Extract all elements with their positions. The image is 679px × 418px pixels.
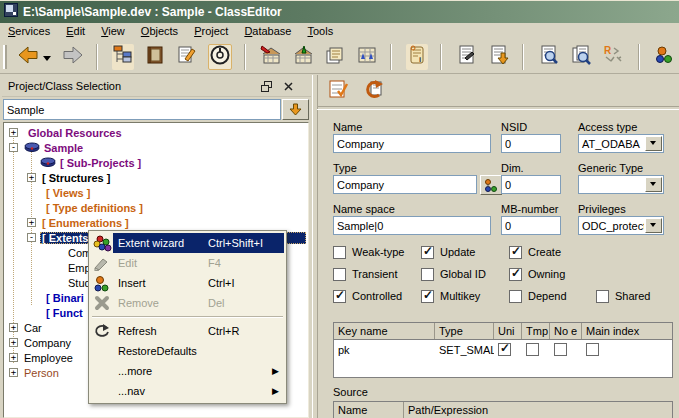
col-main-index[interactable]: Main index: [582, 323, 672, 339]
global-id-checkbox[interactable]: [421, 268, 434, 281]
main-index-checkbox[interactable]: [586, 343, 599, 356]
dropdown-arrow-icon[interactable]: [645, 218, 662, 233]
dim-label: Dim.: [501, 162, 524, 174]
multikey-checkbox[interactable]: [421, 290, 434, 303]
toolbar-separator: [96, 44, 98, 70]
menu-item-refresh[interactable]: Refresh Ctrl+R: [91, 321, 284, 341]
apply-changes-button[interactable]: [326, 79, 350, 103]
new-object-button[interactable]: [654, 44, 676, 70]
class-filter-go-button[interactable]: [282, 99, 309, 120]
shared-checkbox[interactable]: [596, 290, 609, 303]
name-field[interactable]: [333, 134, 491, 153]
float-panel-button[interactable]: [259, 79, 273, 93]
col-source-name[interactable]: Name: [334, 402, 404, 418]
refactor-button[interactable]: R: [602, 44, 626, 70]
expand-icon[interactable]: +: [27, 218, 36, 227]
tree-item-global-resources[interactable]: + Global Resources: [4, 125, 308, 140]
expand-icon[interactable]: +: [9, 323, 18, 332]
collapse-icon[interactable]: -: [27, 233, 36, 242]
script-info-icon: i: [406, 44, 428, 70]
class-editor-toggle-button[interactable]: [208, 44, 232, 70]
toolbar-grip[interactable]: [3, 45, 7, 69]
menu-tools[interactable]: Tools: [299, 24, 341, 39]
generic-type-select[interactable]: [578, 175, 664, 194]
tree-item-sample[interactable]: - Sample: [4, 140, 308, 155]
update-checkbox[interactable]: [421, 246, 434, 259]
copy-stack-button[interactable]: [324, 44, 346, 70]
expand-icon[interactable]: +: [9, 353, 18, 362]
back-history-dropdown[interactable]: [43, 48, 52, 66]
key-type-cell: SET_SMAL: [435, 344, 494, 356]
type-field[interactable]: [333, 175, 477, 194]
owning-checkbox[interactable]: [509, 268, 522, 281]
name-space-field[interactable]: [333, 216, 491, 235]
collapse-icon[interactable]: -: [9, 143, 18, 152]
dropdown-arrow-icon[interactable]: [645, 177, 662, 192]
script-info-button[interactable]: i: [406, 44, 428, 70]
find-in-documents-button[interactable]: [570, 44, 592, 70]
close-panel-icon[interactable]: [281, 79, 295, 93]
title-bar[interactable]: E:\Sample\Sample.dev : Sample - ClassEdi…: [0, 0, 679, 23]
expand-icon[interactable]: +: [9, 338, 18, 347]
menu-database[interactable]: Database: [236, 24, 299, 39]
transient-checkbox[interactable]: [333, 268, 346, 281]
menu-project[interactable]: Project: [186, 24, 236, 39]
depend-checkbox[interactable]: [509, 290, 522, 303]
menu-item-edit[interactable]: Edit F4: [91, 253, 284, 273]
edit-source-button[interactable]: [456, 44, 478, 70]
forward-button[interactable]: [62, 44, 84, 70]
find-in-document-button[interactable]: [538, 44, 560, 70]
col-tmp[interactable]: Tmp: [522, 323, 550, 339]
privileges-select[interactable]: ODC_protected: [578, 216, 664, 235]
revert-button[interactable]: [362, 79, 386, 103]
uni-checkbox[interactable]: [498, 343, 511, 356]
import-red-button[interactable]: [260, 44, 282, 70]
import-green-button[interactable]: [292, 44, 314, 70]
global-id-label: Global ID: [440, 268, 486, 280]
col-key-name[interactable]: Key name: [334, 323, 435, 339]
menu-services[interactable]: Services: [0, 24, 58, 39]
documentation-button[interactable]: [144, 44, 166, 70]
menu-item-insert[interactable]: Insert Ctrl+I: [91, 273, 284, 293]
class-filter-input[interactable]: [3, 99, 281, 120]
tree-item-enumerations[interactable]: + [ Enumerations ]: [4, 215, 308, 230]
col-uni[interactable]: Uni: [494, 323, 522, 339]
edit-document-button[interactable]: [176, 44, 198, 70]
toolbar-separator: [440, 44, 442, 70]
nsid-field[interactable]: [501, 134, 561, 153]
menu-item-more[interactable]: ...more ▶: [91, 361, 284, 381]
dropdown-arrow-icon[interactable]: [645, 136, 662, 151]
mb-number-field[interactable]: [501, 216, 561, 235]
expand-icon[interactable]: +: [9, 368, 18, 377]
class-hierarchy-button[interactable]: [112, 44, 134, 70]
menu-objects[interactable]: Objects: [133, 24, 186, 39]
menu-edit[interactable]: Edit: [58, 24, 93, 39]
tree-item-structures[interactable]: + [ Structures ]: [4, 170, 308, 185]
weak-type-checkbox[interactable]: [333, 246, 346, 259]
expand-icon[interactable]: +: [9, 128, 18, 137]
insert-rows-button[interactable]: [356, 44, 378, 70]
col-type[interactable]: Type: [435, 323, 494, 339]
dim-field[interactable]: [501, 175, 561, 194]
col-path-expression[interactable]: Path/Expression: [404, 402, 672, 418]
tree-item-type-definitions[interactable]: [ Type definitions ]: [4, 200, 308, 215]
menu-view[interactable]: View: [93, 24, 133, 39]
no-e-checkbox[interactable]: [554, 343, 567, 356]
tmp-checkbox[interactable]: [526, 343, 539, 356]
tree-item-views[interactable]: [ Views ]: [4, 185, 308, 200]
col-no-e[interactable]: No e: [550, 323, 582, 339]
type-browse-button[interactable]: [480, 175, 502, 195]
key-table-row[interactable]: pk SET_SMAL: [334, 340, 672, 359]
menu-item-remove[interactable]: Remove Del: [91, 293, 284, 313]
save-document-button[interactable]: [488, 44, 510, 70]
create-checkbox[interactable]: [509, 246, 522, 259]
tree-item-sub-projects[interactable]: [ Sub-Projects ]: [4, 155, 308, 170]
menu-item-extent-wizard[interactable]: Extent wizard Ctrl+Shift+I: [91, 233, 284, 253]
back-button[interactable]: [17, 44, 39, 70]
menu-item-nav[interactable]: ...nav ▶: [91, 381, 284, 401]
controlled-checkbox[interactable]: [333, 290, 346, 303]
expand-icon[interactable]: +: [27, 173, 36, 182]
menu-item-restore-defaults[interactable]: RestoreDefaults: [91, 341, 284, 361]
menu-item-label: Extent wizard: [118, 237, 208, 249]
access-type-select[interactable]: AT_ODABA: [578, 134, 664, 153]
